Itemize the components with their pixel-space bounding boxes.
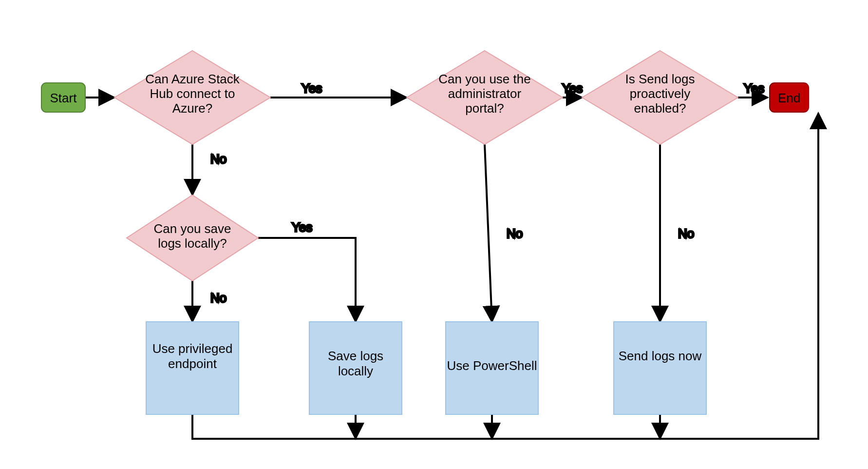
p1-text: Use privileged endpoint [152,341,233,371]
flowchart: Yes Yes Yes No No Yes No No Start [0,0,868,469]
label-d4-yes: Yes [292,220,312,234]
edge-d2-p3 [485,144,492,322]
label-d1-yes: Yes [302,81,322,96]
start-label: Start [50,91,77,105]
process-privileged-endpoint: Use privileged endpoint [146,322,239,414]
decision-connect-azure: Can Azure Stack Hub connect to Azure? [114,51,270,144]
label-d4-no: No [210,291,226,305]
p4-text: Send logs now [619,349,702,363]
label-d3-no: No [678,226,694,241]
d1-text: Can Azure Stack Hub connect to Azure? [145,72,240,116]
label-d3-yes: Yes [744,81,764,96]
process-save-logs-locally: Save logs locally [309,322,402,414]
terminator-end: End [770,83,809,112]
decision-admin-portal: Can you use the administrator portal? [407,51,563,144]
d3-text: Is Send logs proactively enabled? [625,72,695,116]
label-d2-yes: Yes [562,81,583,96]
process-use-powershell: Use PowerShell [446,322,538,414]
edge-d4-p2 [258,238,356,322]
end-label: End [778,91,800,105]
label-d2-no: No [507,226,523,241]
p2-text: Save logs locally [328,349,383,378]
process-send-logs-now: Send logs now [614,322,706,414]
terminator-start: Start [41,83,85,112]
decision-save-locally: Can you save logs locally? [127,195,258,281]
p3-text: Use PowerShell [447,358,537,373]
label-d1-no: No [210,152,226,166]
d4-text: Can you save logs locally? [154,222,231,251]
d2-text: Can you use the administrator portal? [438,72,530,116]
decision-proactive-logs: Is Send logs proactively enabled? [582,51,738,144]
